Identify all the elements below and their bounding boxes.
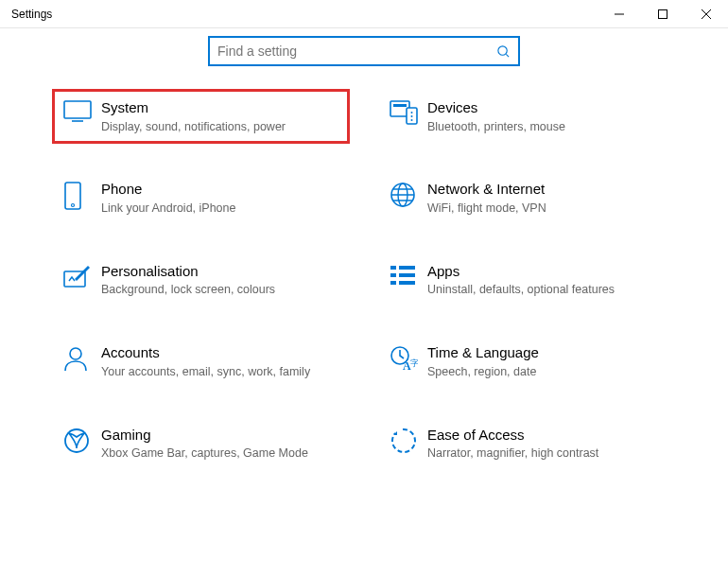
tile-gaming[interactable]: Gaming Xbox Game Bar, captures, Game Mod…: [52, 416, 350, 471]
tile-network[interactable]: Network & Internet WiFi, flight mode, VP…: [378, 170, 676, 225]
minimize-icon: [615, 9, 624, 19]
tile-title: Devices: [427, 98, 665, 117]
tile-phone[interactable]: Phone Link your Android, iPhone: [52, 170, 350, 225]
system-icon: [63, 98, 101, 123]
search-box[interactable]: [208, 36, 520, 66]
tile-title: Personalisation: [101, 262, 338, 281]
search-input[interactable]: [210, 44, 488, 59]
gaming-icon: [63, 426, 101, 454]
tile-desc: Background, lock screen, colours: [101, 282, 338, 298]
tile-desc: Xbox Game Bar, captures, Game Mode: [101, 445, 338, 462]
tile-personalisation[interactable]: Personalisation Background, lock screen,…: [52, 253, 350, 307]
tile-desc: WiFi, flight mode, VPN: [427, 201, 665, 217]
tile-time-language[interactable]: A字 Time & Language Speech, region, date: [378, 334, 676, 389]
svg-rect-2: [64, 101, 91, 118]
svg-rect-19: [399, 281, 415, 285]
tile-title: Phone: [101, 180, 338, 199]
minimize-button[interactable]: [598, 0, 641, 28]
settings-grid: System Display, sound, notifications, po…: [52, 89, 676, 490]
svg-rect-18: [390, 281, 396, 285]
tile-desc: Narrator, magnifier, high contrast: [427, 445, 665, 462]
svg-point-1: [497, 45, 506, 54]
svg-rect-14: [390, 266, 396, 270]
svg-rect-4: [393, 104, 407, 107]
tile-system[interactable]: System Display, sound, notifications, po…: [52, 89, 350, 144]
tile-desc: Link your Android, iPhone: [101, 201, 338, 217]
close-button[interactable]: [685, 0, 728, 28]
tile-title: Ease of Access: [427, 426, 665, 445]
titlebar: Settings: [0, 0, 728, 28]
maximize-button[interactable]: [641, 0, 685, 28]
window-title: Settings: [0, 8, 52, 21]
svg-rect-15: [399, 266, 415, 270]
svg-rect-0: [659, 9, 667, 18]
tile-accounts[interactable]: Accounts Your accounts, email, sync, wor…: [52, 334, 350, 389]
devices-icon: [390, 98, 427, 125]
svg-point-7: [411, 115, 413, 117]
search-icon: [488, 44, 518, 59]
tile-desc: Speech, region, date: [427, 364, 665, 380]
maximize-icon: [658, 9, 667, 19]
svg-point-10: [72, 204, 75, 207]
person-icon: [63, 343, 101, 372]
apps-icon: [390, 262, 427, 287]
tile-desc: Uninstall, defaults, optional features: [427, 282, 665, 298]
tile-desc: Display, sound, notifications, power: [101, 119, 338, 135]
tile-ease-of-access[interactable]: Ease of Access Narrator, magnifier, high…: [378, 416, 676, 471]
tile-title: System: [101, 98, 338, 117]
tile-title: Apps: [427, 262, 665, 281]
tile-apps[interactable]: Apps Uninstall, defaults, optional featu…: [378, 253, 676, 307]
globe-icon: [390, 180, 427, 208]
svg-point-8: [411, 119, 413, 121]
tile-title: Gaming: [101, 426, 338, 445]
paintbrush-icon: [63, 262, 101, 288]
tile-title: Time & Language: [427, 343, 665, 362]
close-icon: [702, 9, 711, 19]
svg-point-20: [70, 348, 81, 359]
ease-of-access-icon: [390, 426, 427, 454]
svg-rect-16: [390, 273, 396, 277]
svg-point-6: [411, 112, 413, 113]
tile-desc: Your accounts, email, sync, work, family: [101, 364, 338, 380]
tile-title: Accounts: [101, 343, 338, 362]
tile-title: Network & Internet: [427, 180, 665, 199]
time-language-icon: A字: [390, 343, 427, 372]
tile-devices[interactable]: Devices Bluetooth, printers, mouse: [378, 89, 676, 144]
svg-rect-9: [65, 183, 80, 209]
svg-rect-17: [399, 273, 415, 277]
svg-text:字: 字: [410, 358, 418, 368]
phone-icon: [63, 180, 101, 210]
tile-desc: Bluetooth, printers, mouse: [427, 119, 665, 135]
